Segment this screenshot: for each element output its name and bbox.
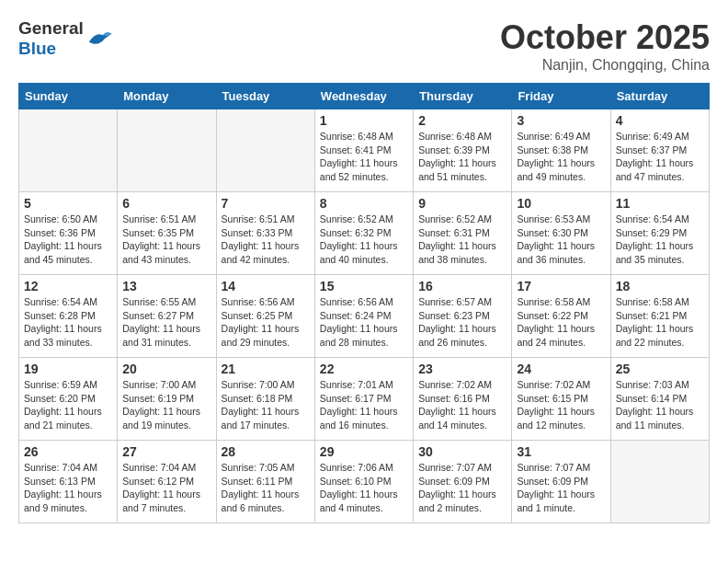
day-info: Sunrise: 6:52 AM Sunset: 6:32 PM Dayligh… [320,213,408,267]
day-info: Sunrise: 6:53 AM Sunset: 6:30 PM Dayligh… [517,213,605,267]
day-cell-24: 24Sunrise: 7:02 AM Sunset: 6:15 PM Dayli… [512,358,610,441]
day-number: 21 [222,362,310,376]
day-number: 14 [222,279,310,293]
day-info: Sunrise: 7:04 AM Sunset: 6:12 PM Dayligh… [122,461,210,515]
day-number: 19 [24,362,112,376]
day-info: Sunrise: 7:02 AM Sunset: 6:16 PM Dayligh… [418,378,506,432]
day-info: Sunrise: 7:07 AM Sunset: 6:09 PM Dayligh… [418,461,506,515]
day-info: Sunrise: 6:55 AM Sunset: 6:27 PM Dayligh… [122,295,210,350]
day-number: 20 [122,362,210,376]
day-number: 13 [122,279,210,293]
day-cell-1: 1Sunrise: 6:48 AM Sunset: 6:41 PM Daylig… [314,109,413,192]
header-wednesday: Wednesday [314,84,413,109]
day-info: Sunrise: 6:51 AM Sunset: 6:33 PM Dayligh… [222,213,310,267]
day-cell-31: 31Sunrise: 7:07 AM Sunset: 6:09 PM Dayli… [512,441,610,523]
day-number: 4 [616,113,704,128]
week-row-5: 26Sunrise: 7:04 AM Sunset: 6:13 PM Dayli… [19,441,710,523]
day-cell-23: 23Sunrise: 7:02 AM Sunset: 6:16 PM Dayli… [414,358,512,441]
day-info: Sunrise: 6:58 AM Sunset: 6:21 PM Dayligh… [616,295,704,350]
day-number: 29 [320,444,408,459]
location: Nanjin, Chongqing, China [500,57,710,74]
title-block: October 2025 Nanjin, Chongqing, China [500,18,710,74]
day-info: Sunrise: 7:00 AM Sunset: 6:18 PM Dayligh… [222,378,310,432]
week-row-1: 1Sunrise: 6:48 AM Sunset: 6:41 PM Daylig… [19,109,710,192]
day-number: 3 [517,113,605,128]
day-info: Sunrise: 6:56 AM Sunset: 6:24 PM Dayligh… [320,295,408,350]
day-number: 5 [24,196,112,211]
day-cell-4: 4Sunrise: 6:49 AM Sunset: 6:37 PM Daylig… [610,109,709,192]
day-cell-12: 12Sunrise: 6:54 AM Sunset: 6:28 PM Dayli… [19,275,118,358]
day-number: 23 [418,362,506,376]
day-cell-10: 10Sunrise: 6:53 AM Sunset: 6:30 PM Dayli… [512,192,610,275]
empty-cell [118,109,216,192]
day-info: Sunrise: 6:59 AM Sunset: 6:20 PM Dayligh… [24,378,112,432]
day-info: Sunrise: 7:04 AM Sunset: 6:13 PM Dayligh… [24,461,112,515]
page-header: General Blue October 2025 Nanjin, Chongq… [18,18,710,74]
day-number: 30 [418,444,506,459]
day-cell-29: 29Sunrise: 7:06 AM Sunset: 6:10 PM Dayli… [314,441,413,523]
logo-bird-icon [85,28,113,50]
day-cell-7: 7Sunrise: 6:51 AM Sunset: 6:33 PM Daylig… [216,192,314,275]
day-info: Sunrise: 6:49 AM Sunset: 6:38 PM Dayligh… [517,130,605,184]
day-info: Sunrise: 6:57 AM Sunset: 6:23 PM Dayligh… [418,295,506,350]
day-info: Sunrise: 7:02 AM Sunset: 6:15 PM Dayligh… [517,378,605,432]
day-number: 17 [517,279,605,293]
day-cell-20: 20Sunrise: 7:00 AM Sunset: 6:19 PM Dayli… [118,358,216,441]
header-monday: Monday [118,84,216,109]
day-cell-5: 5Sunrise: 6:50 AM Sunset: 6:36 PM Daylig… [19,192,118,275]
day-number: 18 [616,279,704,293]
header-row: SundayMondayTuesdayWednesdayThursdayFrid… [19,84,710,109]
day-number: 31 [517,444,605,459]
day-cell-28: 28Sunrise: 7:05 AM Sunset: 6:11 PM Dayli… [216,441,314,523]
day-cell-30: 30Sunrise: 7:07 AM Sunset: 6:09 PM Dayli… [414,441,512,523]
day-info: Sunrise: 6:54 AM Sunset: 6:28 PM Dayligh… [24,295,112,350]
day-number: 8 [320,196,408,211]
day-cell-27: 27Sunrise: 7:04 AM Sunset: 6:12 PM Dayli… [118,441,216,523]
day-cell-11: 11Sunrise: 6:54 AM Sunset: 6:29 PM Dayli… [610,192,709,275]
day-cell-17: 17Sunrise: 6:58 AM Sunset: 6:22 PM Dayli… [512,275,610,358]
header-saturday: Saturday [610,84,709,109]
day-number: 2 [418,113,506,128]
day-info: Sunrise: 6:52 AM Sunset: 6:31 PM Dayligh… [418,213,506,267]
month-title: October 2025 [500,18,710,57]
day-info: Sunrise: 6:48 AM Sunset: 6:41 PM Dayligh… [320,130,408,184]
logo-blue: Blue [18,39,56,58]
empty-cell [610,441,709,523]
day-number: 9 [418,196,506,211]
day-number: 28 [222,444,310,459]
logo: General Blue [18,18,113,59]
day-number: 11 [616,196,704,211]
day-info: Sunrise: 7:07 AM Sunset: 6:09 PM Dayligh… [517,461,605,515]
day-cell-16: 16Sunrise: 6:57 AM Sunset: 6:23 PM Dayli… [414,275,512,358]
day-number: 25 [616,362,704,376]
week-row-2: 5Sunrise: 6:50 AM Sunset: 6:36 PM Daylig… [19,192,710,275]
day-info: Sunrise: 6:54 AM Sunset: 6:29 PM Dayligh… [616,213,704,267]
day-cell-8: 8Sunrise: 6:52 AM Sunset: 6:32 PM Daylig… [314,192,413,275]
day-cell-26: 26Sunrise: 7:04 AM Sunset: 6:13 PM Dayli… [19,441,118,523]
day-number: 26 [24,444,112,459]
day-cell-9: 9Sunrise: 6:52 AM Sunset: 6:31 PM Daylig… [414,192,512,275]
day-info: Sunrise: 6:51 AM Sunset: 6:35 PM Dayligh… [122,213,210,267]
day-number: 15 [320,279,408,293]
day-cell-22: 22Sunrise: 7:01 AM Sunset: 6:17 PM Dayli… [314,358,413,441]
day-cell-18: 18Sunrise: 6:58 AM Sunset: 6:21 PM Dayli… [610,275,709,358]
day-info: Sunrise: 7:05 AM Sunset: 6:11 PM Dayligh… [222,461,310,515]
day-number: 27 [122,444,210,459]
day-info: Sunrise: 6:58 AM Sunset: 6:22 PM Dayligh… [517,295,605,350]
day-cell-19: 19Sunrise: 6:59 AM Sunset: 6:20 PM Dayli… [19,358,118,441]
day-number: 16 [418,279,506,293]
header-sunday: Sunday [19,84,118,109]
day-cell-14: 14Sunrise: 6:56 AM Sunset: 6:25 PM Dayli… [216,275,314,358]
day-info: Sunrise: 7:01 AM Sunset: 6:17 PM Dayligh… [320,378,408,432]
day-cell-25: 25Sunrise: 7:03 AM Sunset: 6:14 PM Dayli… [610,358,709,441]
header-thursday: Thursday [414,84,512,109]
day-info: Sunrise: 6:56 AM Sunset: 6:25 PM Dayligh… [222,295,310,350]
day-info: Sunrise: 6:50 AM Sunset: 6:36 PM Dayligh… [24,213,112,267]
day-number: 1 [320,113,408,128]
day-number: 12 [24,279,112,293]
day-number: 22 [320,362,408,376]
day-info: Sunrise: 7:03 AM Sunset: 6:14 PM Dayligh… [616,378,704,432]
day-number: 24 [517,362,605,376]
day-info: Sunrise: 7:00 AM Sunset: 6:19 PM Dayligh… [122,378,210,432]
empty-cell [19,109,118,192]
